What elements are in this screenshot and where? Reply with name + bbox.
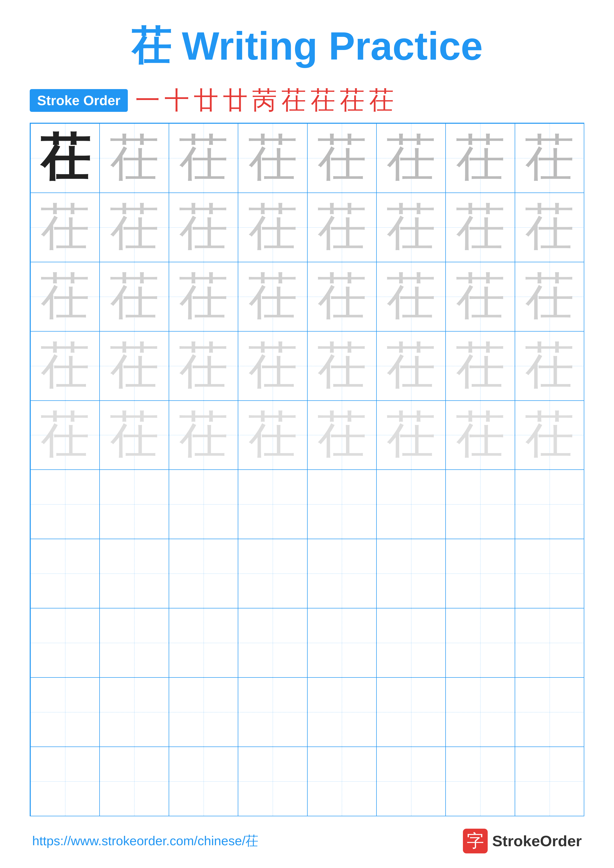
grid-cell[interactable]: 茌 [376, 331, 446, 400]
grid-cell[interactable]: 茌 [376, 400, 446, 470]
grid-cell[interactable]: 茌 [307, 123, 376, 192]
grid-cell[interactable] [30, 608, 99, 677]
grid-cell[interactable] [445, 470, 515, 539]
grid-cell[interactable] [99, 747, 169, 816]
grid-cell[interactable]: 茌 [376, 192, 446, 262]
grid-cell[interactable]: 茌 [515, 262, 584, 331]
stroke-order-chars: 一 十 廿 廿 苪 茌 茌 茌 茌 [135, 88, 394, 113]
grid-cell[interactable]: 茌 [445, 400, 515, 470]
grid-cell[interactable]: 茌 [515, 400, 584, 470]
grid-cell[interactable] [169, 747, 238, 816]
grid-cell[interactable]: 茌 [307, 262, 376, 331]
grid-cell[interactable]: 茌 [445, 192, 515, 262]
grid-cell[interactable] [30, 470, 99, 539]
grid-cell[interactable]: 茌 [307, 400, 376, 470]
footer-url: https://www.strokeorder.com/chinese/茌 [32, 832, 258, 850]
grid-cell[interactable] [169, 608, 238, 677]
grid-cell[interactable]: 茌 [238, 123, 307, 192]
grid-cell[interactable] [307, 470, 376, 539]
grid-cell[interactable] [307, 747, 376, 816]
grid-cell[interactable] [30, 539, 99, 608]
grid-cell[interactable]: 茌 [169, 123, 238, 192]
grid-cell[interactable]: 茌 [99, 123, 169, 192]
page-title: 茌 Writing Practice [131, 20, 483, 73]
grid-cell[interactable] [99, 608, 169, 677]
footer-logo: 字 StrokeOrder [463, 829, 582, 853]
practice-grid: 茌茌茌茌茌茌茌茌茌茌茌茌茌茌茌茌茌茌茌茌茌茌茌茌茌茌茌茌茌茌茌茌茌茌茌茌茌茌茌茌 [30, 123, 584, 816]
grid-cell[interactable] [238, 608, 307, 677]
grid-cell[interactable] [376, 608, 446, 677]
grid-cell[interactable]: 茌 [169, 262, 238, 331]
grid-cell[interactable] [515, 470, 584, 539]
grid-cell[interactable]: 茌 [30, 262, 99, 331]
grid-cell[interactable] [238, 470, 307, 539]
grid-cell[interactable] [238, 539, 307, 608]
grid-cell[interactable]: 茌 [238, 262, 307, 331]
grid-cell[interactable]: 茌 [307, 331, 376, 400]
stroke-order-row: Stroke Order 一 十 廿 廿 苪 茌 茌 茌 茌 [30, 88, 584, 113]
grid-cell[interactable] [376, 470, 446, 539]
grid-cell[interactable]: 茌 [376, 123, 446, 192]
grid-cell[interactable] [99, 470, 169, 539]
grid-cell[interactable] [515, 608, 584, 677]
grid-cell[interactable]: 茌 [99, 262, 169, 331]
grid-cell[interactable] [445, 608, 515, 677]
grid-cell[interactable]: 茌 [30, 331, 99, 400]
grid-cell[interactable]: 茌 [30, 123, 99, 192]
grid-cell[interactable] [238, 747, 307, 816]
grid-cell[interactable] [238, 677, 307, 747]
grid-cell[interactable] [515, 539, 584, 608]
grid-cell[interactable] [99, 539, 169, 608]
grid-cell[interactable]: 茌 [445, 331, 515, 400]
grid-cell[interactable]: 茌 [238, 400, 307, 470]
grid-cell[interactable]: 茌 [30, 400, 99, 470]
grid-cell[interactable] [445, 539, 515, 608]
grid-cell[interactable]: 茌 [238, 192, 307, 262]
grid-cell[interactable]: 茌 [99, 192, 169, 262]
grid-cell[interactable] [169, 539, 238, 608]
grid-cell[interactable] [30, 747, 99, 816]
grid-cell[interactable] [169, 470, 238, 539]
grid-cell[interactable] [445, 677, 515, 747]
grid-cell[interactable] [376, 747, 446, 816]
grid-cell[interactable]: 茌 [169, 400, 238, 470]
grid-cell[interactable]: 茌 [515, 331, 584, 400]
logo-text: StrokeOrder [492, 832, 582, 850]
grid-cell[interactable]: 茌 [99, 331, 169, 400]
grid-cell[interactable]: 茌 [307, 192, 376, 262]
grid-cell[interactable] [515, 677, 584, 747]
footer: https://www.strokeorder.com/chinese/茌 字 … [30, 829, 584, 853]
logo-icon: 字 [463, 829, 488, 853]
grid-cell[interactable] [307, 677, 376, 747]
grid-cell[interactable]: 茌 [445, 262, 515, 331]
grid-cell[interactable]: 茌 [515, 192, 584, 262]
grid-cell[interactable] [376, 677, 446, 747]
grid-cell[interactable]: 茌 [238, 331, 307, 400]
grid-cell[interactable]: 茌 [99, 400, 169, 470]
grid-cell[interactable] [307, 539, 376, 608]
grid-cell[interactable]: 茌 [376, 262, 446, 331]
grid-cell[interactable]: 茌 [30, 192, 99, 262]
grid-cell[interactable]: 茌 [169, 331, 238, 400]
page: 茌 Writing Practice Stroke Order 一 十 廿 廿 … [0, 0, 614, 868]
grid-cell[interactable] [445, 747, 515, 816]
grid-cell[interactable]: 茌 [515, 123, 584, 192]
grid-cell[interactable] [307, 608, 376, 677]
grid-cell[interactable] [30, 677, 99, 747]
grid-cell[interactable]: 茌 [169, 192, 238, 262]
grid-cell[interactable] [169, 677, 238, 747]
stroke-order-badge: Stroke Order [30, 89, 128, 112]
grid-cell[interactable] [99, 677, 169, 747]
grid-cell[interactable] [515, 747, 584, 816]
grid-cell[interactable] [376, 539, 446, 608]
grid-cell[interactable]: 茌 [445, 123, 515, 192]
